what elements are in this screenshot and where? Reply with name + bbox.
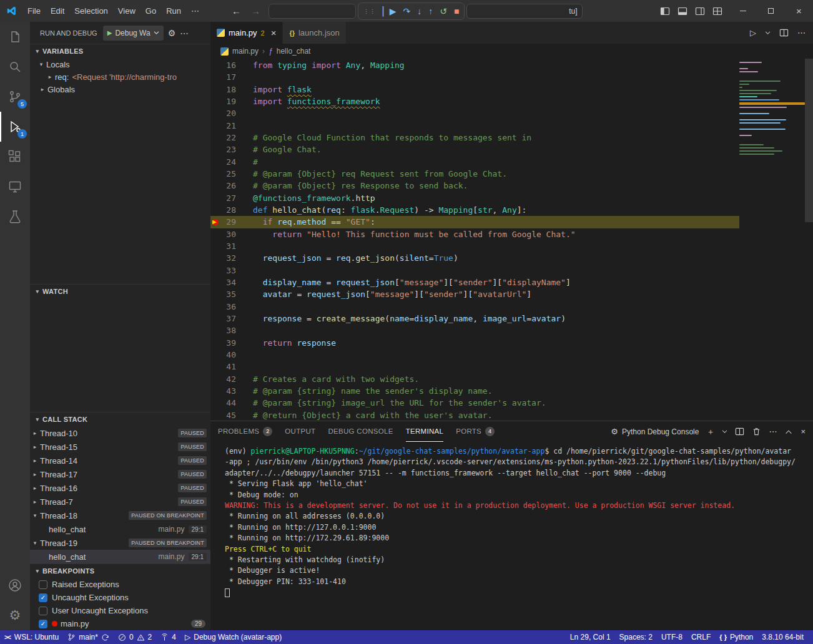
minimap[interactable]: [739, 62, 805, 157]
panel-more-icon[interactable]: ⋯: [769, 427, 777, 436]
watch-section-header[interactable]: ▾ WATCH: [30, 285, 210, 298]
callstack-thread-16[interactable]: ▸Thread-16PAUSED: [30, 481, 210, 495]
cursor-position[interactable]: Ln 29, Col 1: [566, 630, 615, 644]
problems-indicator[interactable]: 0 2: [114, 630, 156, 644]
line-number[interactable]: 19: [210, 95, 253, 107]
customize-layout-icon[interactable]: [712, 6, 722, 16]
remote-explorer-icon[interactable]: [0, 172, 30, 202]
line-number[interactable]: 35: [210, 288, 253, 300]
line-number[interactable]: 17: [210, 71, 253, 83]
settings-gear-icon[interactable]: ⚙: [0, 600, 30, 630]
breakpoint-uncaught-exceptions[interactable]: ✓Uncaught Exceptions: [30, 591, 210, 604]
editor-more-icon[interactable]: ⋯: [797, 28, 806, 37]
menu-more[interactable]: ⋯: [186, 4, 204, 17]
code-line-42[interactable]: 42# Creates a card with two widgets.: [210, 373, 739, 385]
toggle-secondary-sidebar-icon[interactable]: [695, 6, 705, 16]
accounts-icon[interactable]: [0, 570, 30, 600]
line-number[interactable]: 41: [210, 361, 253, 373]
menu-run[interactable]: Run: [161, 4, 186, 17]
minimize-button[interactable]: [729, 0, 757, 22]
code-line-44[interactable]: 44# @param {string} image_url the URL fo…: [210, 397, 739, 409]
code-line-22[interactable]: 22# Google Cloud Function that responds …: [210, 132, 739, 144]
code-line-27[interactable]: 27@functions_framework.http: [210, 192, 739, 204]
code-line-29[interactable]: 29▶ if req.method == "GET":: [210, 216, 739, 228]
new-terminal-button[interactable]: ＋: [706, 426, 714, 437]
back-button[interactable]: ←: [232, 6, 241, 16]
panel-tab-ports[interactable]: PORTS4: [456, 421, 495, 442]
maximize-button[interactable]: [757, 0, 785, 22]
code-line-31[interactable]: 31: [210, 240, 739, 252]
tab-main-py[interactable]: main.py2×: [210, 22, 283, 44]
code-line-41[interactable]: 41: [210, 361, 739, 373]
menu-file[interactable]: File: [22, 4, 46, 17]
code-line-37[interactable]: 37 response = create_message(name=displa…: [210, 313, 739, 324]
line-number[interactable]: 25: [210, 168, 253, 180]
terminal-dropdown-chevron-icon[interactable]: [722, 429, 727, 434]
code-line-20[interactable]: 20: [210, 107, 739, 119]
code-line-26[interactable]: 26# @param {Object} res Response to send…: [210, 180, 739, 192]
breadcrumb-symbol[interactable]: hello_chat: [277, 47, 311, 56]
line-number[interactable]: 45: [210, 409, 253, 421]
line-number[interactable]: 16: [210, 59, 253, 71]
breadcrumb-file[interactable]: main.py: [232, 47, 259, 56]
code-line-18[interactable]: 18import flask: [210, 84, 739, 95]
maximize-panel-icon[interactable]: [784, 428, 793, 436]
menu-selection[interactable]: Selection: [69, 4, 112, 17]
breakpoint-user-uncaught-exceptions[interactable]: User Uncaught Exceptions: [30, 604, 210, 617]
interpreter-indicator[interactable]: 3.8.10 64-bit: [757, 630, 808, 644]
code-line-35[interactable]: 35 avatar = request_json["message"]["sen…: [210, 288, 739, 300]
extensions-icon[interactable]: [0, 142, 30, 172]
toggle-panel-icon[interactable]: [678, 6, 687, 16]
panel-tab-output[interactable]: OUTPUT: [285, 421, 315, 442]
code-line-28[interactable]: 28def hello_chat(req: flask.Request) -> …: [210, 204, 739, 216]
code-line-45[interactable]: 45# @return {Object} a card with the use…: [210, 409, 739, 421]
terminal-output[interactable]: (env) pierrick@LAPTOP-HKU5PNNG:~/git/goo…: [210, 442, 813, 630]
panel-tab-terminal[interactable]: TERMINAL: [406, 421, 444, 442]
line-number[interactable]: 29▶: [210, 216, 253, 228]
line-number[interactable]: 22: [210, 132, 253, 144]
code-line-36[interactable]: 36: [210, 301, 739, 313]
search-icon[interactable]: [0, 52, 30, 82]
variables-globals-item[interactable]: ▸ Globals: [30, 83, 210, 95]
ports-indicator[interactable]: 4: [156, 630, 180, 644]
sidebar-more-icon[interactable]: ⋯: [180, 28, 189, 38]
line-number[interactable]: 23: [210, 144, 253, 155]
callstack-thread-15[interactable]: ▸Thread-15PAUSED: [30, 440, 210, 454]
sync-icon[interactable]: [101, 633, 109, 642]
eol-indicator[interactable]: CRLF: [687, 630, 715, 644]
line-number[interactable]: 28: [210, 204, 253, 216]
split-terminal-icon[interactable]: [735, 427, 744, 436]
menu-view[interactable]: View: [113, 4, 140, 17]
code-editor[interactable]: 16from typing import Any, Mapping1718imp…: [210, 59, 813, 421]
checkbox[interactable]: [39, 580, 47, 589]
checkbox[interactable]: [39, 607, 47, 615]
tab-launch-json[interactable]: {}launch.json: [283, 22, 346, 44]
step-over-button[interactable]: ↷: [403, 6, 411, 16]
remote-indicator[interactable]: >< WSL: Ubuntu: [0, 630, 63, 644]
callstack-thread-19[interactable]: ▾Thread-19PAUSED ON BREAKPOINT: [30, 536, 210, 550]
indentation-indicator[interactable]: Spaces: 2: [615, 630, 657, 644]
line-number[interactable]: 42: [210, 373, 253, 385]
code-line-16[interactable]: 16from typing import Any, Mapping: [210, 59, 739, 71]
line-number[interactable]: 33: [210, 265, 253, 276]
callstack-frame-hello_chat[interactable]: hello_chatmain.py29:1: [30, 522, 210, 536]
stop-button[interactable]: ■: [454, 6, 459, 16]
code-line-32[interactable]: 32 request_json = req.get_json(silent=Tr…: [210, 252, 739, 264]
line-number[interactable]: 44: [210, 397, 253, 409]
command-center-search[interactable]: [269, 4, 356, 19]
call-stack-section-header[interactable]: ▾ CALL STACK: [30, 412, 210, 426]
code-line-30[interactable]: 30 return "Hello! This function must be …: [210, 228, 739, 240]
scrollbar-thumb[interactable]: [805, 59, 813, 222]
callstack-thread-7[interactable]: ▸Thread-7PAUSED: [30, 495, 210, 509]
checkbox[interactable]: ✓: [39, 593, 47, 602]
code-line-43[interactable]: 43# @param {string} name the sender's di…: [210, 385, 739, 397]
line-number[interactable]: 32: [210, 252, 253, 264]
variables-req-item[interactable]: ▸ req: <Request 'http://charming-tro: [30, 71, 210, 83]
panel-tab-problems[interactable]: PROBLEMS2: [218, 421, 272, 442]
code-line-33[interactable]: 33: [210, 265, 739, 276]
line-number[interactable]: 21: [210, 120, 253, 132]
code-line-21[interactable]: 21: [210, 120, 739, 132]
callstack-frame-hello_chat[interactable]: hello_chatmain.py29:1: [30, 550, 210, 564]
checkbox[interactable]: ✓: [39, 620, 47, 628]
code-line-24[interactable]: 24#: [210, 156, 739, 168]
